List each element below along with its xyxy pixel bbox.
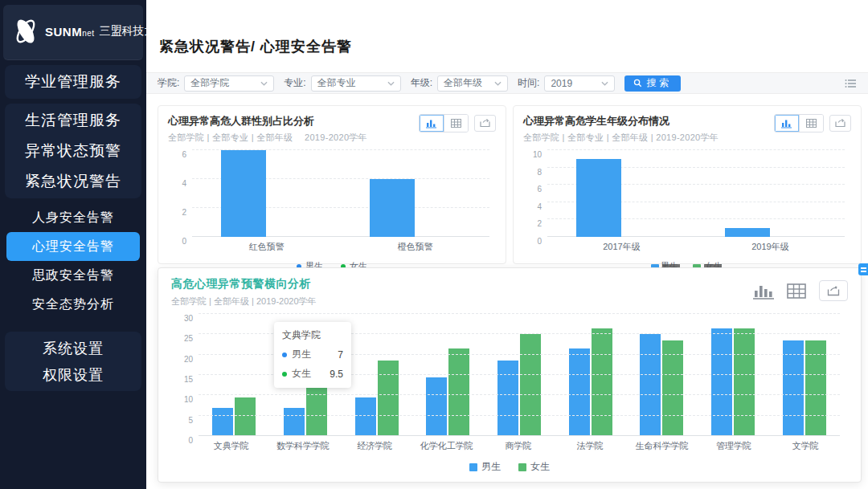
x-axis-label: 红色预警 bbox=[192, 241, 341, 253]
bar[interactable] bbox=[569, 348, 590, 436]
bar[interactable] bbox=[448, 348, 469, 436]
sidebar-item-emergency[interactable]: 紧急状况警告 bbox=[5, 166, 141, 197]
table-icon bbox=[806, 119, 817, 128]
chart-view-button[interactable] bbox=[775, 115, 799, 132]
chevron-down-icon bbox=[387, 81, 395, 86]
gridline bbox=[199, 313, 840, 314]
time-select[interactable]: 2019 bbox=[544, 75, 615, 92]
filter-grade: 年级: 全部年级 bbox=[411, 75, 508, 92]
sidebar-item-abnormal[interactable]: 异常状态预警 bbox=[5, 136, 141, 166]
grade-select[interactable]: 全部年级 bbox=[437, 75, 508, 92]
legend-marker-icon bbox=[518, 463, 526, 471]
bar[interactable] bbox=[805, 340, 826, 436]
bar[interactable] bbox=[662, 340, 683, 436]
bar[interactable] bbox=[734, 328, 755, 436]
bar-group bbox=[768, 314, 840, 436]
chart-view-button[interactable] bbox=[420, 115, 444, 132]
major-select[interactable]: 全部专业 bbox=[311, 75, 401, 92]
legend: 男生女生 bbox=[171, 460, 848, 474]
bar[interactable] bbox=[711, 328, 732, 436]
sidebar-item-life[interactable]: 生活管理服务 bbox=[5, 105, 141, 136]
bar[interactable] bbox=[640, 334, 661, 436]
page-title: 紧急状况警告/ 心理安全告警 bbox=[159, 37, 352, 56]
list-view-icon[interactable] bbox=[845, 79, 857, 88]
view-toggle bbox=[774, 114, 824, 132]
legend-label: 女生 bbox=[530, 460, 550, 474]
cards-row: 心理异常高危人群性别占比分析 全部学院 | 全部专业 | 全部年级 2019-2… bbox=[158, 105, 862, 264]
table-view-button[interactable] bbox=[799, 115, 823, 132]
grade-distribution-chart: 0246810 2017年级2019年级 男生女生 bbox=[523, 150, 851, 272]
college-select[interactable]: 全部学院 bbox=[184, 75, 274, 92]
legend-marker-icon bbox=[469, 463, 477, 471]
bar-chart-icon bbox=[781, 119, 792, 128]
bars-layer bbox=[547, 150, 845, 237]
chart-card-gender-ratio: 心理异常高危人群性别占比分析 全部学院 | 全部专业 | 全部年级 2019-2… bbox=[158, 105, 506, 264]
chevron-down-icon bbox=[494, 81, 502, 86]
bar[interactable] bbox=[370, 179, 415, 237]
table-view-button[interactable] bbox=[787, 283, 806, 299]
x-axis-label: 生命科学学院 bbox=[626, 440, 698, 452]
bar[interactable] bbox=[520, 334, 541, 436]
sidebar-subitem-security-trend[interactable]: 安全态势分析 bbox=[6, 290, 140, 319]
bar-chart-icon bbox=[426, 119, 437, 128]
chevron-down-icon bbox=[260, 81, 268, 86]
bar-group bbox=[696, 150, 845, 237]
chevron-down-icon bbox=[601, 81, 608, 86]
app: SUNMnet 三盟科技大学 学业管理服务 生活管理服务 异常状态预警 紧急状况… bbox=[0, 0, 868, 489]
gridline bbox=[199, 394, 840, 395]
table-view-button[interactable] bbox=[444, 115, 468, 132]
x-axis-label: 橙色预警 bbox=[341, 241, 489, 253]
nav-panel-top: 学业管理服务 bbox=[5, 65, 141, 99]
legend-item[interactable]: 女生 bbox=[518, 460, 550, 474]
bar[interactable] bbox=[212, 408, 233, 436]
export-button[interactable] bbox=[474, 115, 496, 132]
bar[interactable] bbox=[497, 361, 518, 436]
x-axis-label: 文典学院 bbox=[195, 440, 267, 452]
table-icon bbox=[451, 119, 461, 128]
search-icon bbox=[633, 79, 642, 88]
x-axis-label: 经济学院 bbox=[339, 440, 411, 452]
bar-group bbox=[484, 314, 555, 436]
bar[interactable] bbox=[426, 377, 447, 436]
bar[interactable] bbox=[725, 228, 770, 237]
export-button[interactable] bbox=[819, 280, 848, 301]
x-axis: 2017年级2019年级 bbox=[547, 241, 845, 253]
bar-group bbox=[192, 150, 341, 237]
bar[interactable] bbox=[284, 408, 305, 436]
bar[interactable] bbox=[378, 361, 399, 436]
bar-chart-icon bbox=[753, 282, 774, 300]
x-axis-label: 文学院 bbox=[770, 440, 841, 452]
bar[interactable] bbox=[783, 340, 804, 436]
sidebar-subitem-ideological-safety[interactable]: 思政安全告警 bbox=[6, 261, 140, 290]
filter-label: 学院: bbox=[158, 76, 179, 90]
brand-university: 三盟科技大学 bbox=[100, 24, 167, 39]
x-axis-label: 2017年级 bbox=[547, 241, 696, 253]
sidebar-subitem-personal-safety[interactable]: 人身安全告警 bbox=[6, 203, 140, 232]
tooltip-series-name: 男生 bbox=[292, 348, 311, 361]
search-button[interactable]: 搜索 bbox=[624, 75, 681, 92]
sidebar-item-academic[interactable]: 学业管理服务 bbox=[5, 67, 141, 97]
female-dot-icon bbox=[282, 372, 287, 377]
sidebar-item-system-settings[interactable]: 系统设置 bbox=[5, 335, 141, 361]
bar[interactable] bbox=[235, 397, 256, 436]
chart-title: 心理异常高危学生年级分布情况 bbox=[523, 114, 719, 128]
brand: SUNMnet 三盟科技大学 bbox=[3, 5, 143, 60]
chart-view-button[interactable] bbox=[753, 282, 774, 300]
chart-subtitle: 全部学院 | 全部年级 | 2019-2020学年 bbox=[171, 295, 317, 308]
sidebar-item-permission-settings[interactable]: 权限设置 bbox=[5, 361, 141, 388]
bar[interactable] bbox=[576, 159, 621, 237]
bar[interactable] bbox=[592, 328, 612, 436]
sunm-logo-icon bbox=[11, 16, 40, 47]
bar[interactable] bbox=[355, 397, 376, 436]
edge-drag-handle[interactable] bbox=[858, 263, 868, 275]
sidebar-subitem-psychological-safety[interactable]: 心理安全告警 bbox=[6, 232, 140, 261]
filter-label: 年级: bbox=[411, 76, 432, 90]
legend-item[interactable]: 男生 bbox=[469, 460, 501, 474]
sidebar: SUNMnet 三盟科技大学 学业管理服务 生活管理服务 异常状态预警 紧急状况… bbox=[0, 0, 146, 489]
bar[interactable] bbox=[221, 150, 266, 237]
x-axis-label: 商学院 bbox=[482, 440, 554, 452]
gender-ratio-chart: 0246 红色预警橙色预警 男生女生 bbox=[168, 150, 496, 272]
export-button[interactable] bbox=[829, 115, 851, 132]
bar-group bbox=[341, 150, 489, 237]
chart-title: 高危心理异常预警横向分析 bbox=[171, 277, 317, 291]
